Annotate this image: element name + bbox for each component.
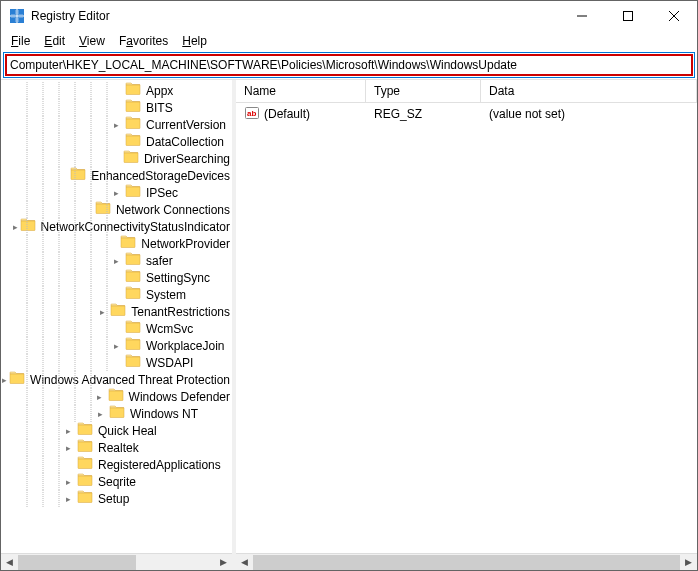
- tree-item[interactable]: ▸IPSec: [1, 184, 232, 201]
- column-headers: Name Type Data: [236, 80, 697, 103]
- tree-item-label: IPSec: [144, 186, 180, 200]
- svg-rect-3: [19, 11, 23, 15]
- svg-rect-9: [624, 12, 633, 21]
- svg-rect-7: [19, 18, 23, 22]
- tree-item[interactable]: NetworkProvider: [1, 235, 232, 252]
- expander-icon[interactable]: ▸: [93, 390, 106, 403]
- folder-icon: [124, 82, 144, 99]
- expander-icon[interactable]: ▸: [62, 475, 75, 488]
- menu-help[interactable]: Help: [176, 32, 213, 50]
- tree-item[interactable]: ▸NetworkConnectivityStatusIndicator: [1, 218, 232, 235]
- value-row[interactable]: ab(Default)REG_SZ(value not set): [236, 105, 697, 123]
- menu-favorites[interactable]: Favorites: [113, 32, 174, 50]
- maximize-button[interactable]: [605, 1, 651, 31]
- expander-icon[interactable]: ▸: [94, 407, 107, 420]
- folder-icon: [76, 490, 96, 507]
- tree-item[interactable]: RegisteredApplications: [1, 456, 232, 473]
- tree-item[interactable]: DataCollection: [1, 133, 232, 150]
- address-bar-container: [1, 51, 697, 79]
- folder-icon: [76, 473, 96, 490]
- svg-rect-5: [12, 18, 16, 22]
- expander-icon[interactable]: ▸: [110, 118, 123, 131]
- values-horizontal-scrollbar[interactable]: ◀ ▶: [236, 553, 697, 570]
- tree-item[interactable]: ▸safer: [1, 252, 232, 269]
- window-title: Registry Editor: [31, 9, 559, 23]
- expander-icon[interactable]: ▸: [110, 339, 123, 352]
- close-button[interactable]: [651, 1, 697, 31]
- tree-item-label: Appx: [144, 84, 175, 98]
- tree-item[interactable]: ▸Setup: [1, 490, 232, 507]
- folder-icon: [124, 269, 144, 286]
- tree-scroll-area[interactable]: AppxBITS▸CurrentVersionDataCollectionDri…: [1, 80, 232, 553]
- scroll-track[interactable]: [18, 554, 215, 571]
- tree-item-label: WorkplaceJoin: [144, 339, 226, 353]
- scroll-track[interactable]: [253, 554, 680, 571]
- workspace: AppxBITS▸CurrentVersionDataCollectionDri…: [1, 79, 697, 570]
- expander-icon[interactable]: ▸: [2, 373, 7, 386]
- tree-item[interactable]: EnhancedStorageDevices: [1, 167, 232, 184]
- tree-item[interactable]: System: [1, 286, 232, 303]
- tree-item[interactable]: ▸TenantRestrictions: [1, 303, 232, 320]
- scroll-thumb[interactable]: [253, 555, 680, 570]
- tree-item[interactable]: Appx: [1, 82, 232, 99]
- folder-icon: [124, 116, 144, 133]
- column-header-name[interactable]: Name: [236, 80, 366, 102]
- tree-item-label: NetworkConnectivityStatusIndicator: [39, 220, 232, 234]
- window-controls: [559, 1, 697, 31]
- expander-icon[interactable]: ▸: [110, 186, 123, 199]
- tree-item[interactable]: ▸Seqrite: [1, 473, 232, 490]
- tree-item-label: Seqrite: [96, 475, 138, 489]
- expander-icon[interactable]: ▸: [62, 492, 75, 505]
- folder-icon: [76, 439, 96, 456]
- tree-item[interactable]: ▸Windows Defender: [1, 388, 232, 405]
- folder-icon: [69, 167, 89, 184]
- scroll-right-icon[interactable]: ▶: [215, 554, 232, 571]
- title-bar: Registry Editor: [1, 1, 697, 31]
- tree-item[interactable]: ▸Quick Heal: [1, 422, 232, 439]
- tree-item[interactable]: WcmSvc: [1, 320, 232, 337]
- scroll-thumb[interactable]: [18, 555, 136, 570]
- folder-icon: [124, 354, 144, 371]
- expander-icon[interactable]: ▸: [97, 305, 108, 318]
- column-header-type[interactable]: Type: [366, 80, 481, 102]
- folder-icon: [124, 252, 144, 269]
- address-input[interactable]: [10, 58, 688, 72]
- scroll-right-icon[interactable]: ▶: [680, 554, 697, 571]
- expander-icon[interactable]: ▸: [13, 220, 18, 233]
- values-pane: Name Type Data ab(Default)REG_SZ(value n…: [236, 80, 697, 570]
- folder-icon: [124, 337, 144, 354]
- tree-item[interactable]: ▸WorkplaceJoin: [1, 337, 232, 354]
- menu-view[interactable]: View: [73, 32, 111, 50]
- scroll-left-icon[interactable]: ◀: [236, 554, 253, 571]
- tree-item-label: Windows Defender: [127, 390, 232, 404]
- folder-icon: [8, 371, 28, 388]
- tree-item[interactable]: DriverSearching: [1, 150, 232, 167]
- tree-item[interactable]: ▸Windows Advanced Threat Protection: [1, 371, 232, 388]
- expander-icon[interactable]: ▸: [62, 441, 75, 454]
- tree-item[interactable]: SettingSync: [1, 269, 232, 286]
- folder-icon: [124, 286, 144, 303]
- tree-item[interactable]: ▸Realtek: [1, 439, 232, 456]
- folder-icon: [19, 218, 39, 235]
- tree-item[interactable]: ▸CurrentVersion: [1, 116, 232, 133]
- tree-item[interactable]: WSDAPI: [1, 354, 232, 371]
- folder-icon: [109, 303, 129, 320]
- tree-item-label: Realtek: [96, 441, 141, 455]
- menu-edit[interactable]: Edit: [38, 32, 71, 50]
- value-name: (Default): [264, 107, 310, 121]
- string-value-icon: ab: [244, 105, 260, 124]
- tree-horizontal-scrollbar[interactable]: ◀ ▶: [1, 553, 232, 570]
- expander-icon[interactable]: ▸: [110, 254, 123, 267]
- tree-item-label: NetworkProvider: [139, 237, 232, 251]
- tree-item-label: TenantRestrictions: [129, 305, 232, 319]
- expander-icon[interactable]: ▸: [62, 424, 75, 437]
- tree-item[interactable]: ▸Windows NT: [1, 405, 232, 422]
- tree-item-label: Windows Advanced Threat Protection: [28, 373, 232, 387]
- column-header-data[interactable]: Data: [481, 80, 697, 102]
- minimize-button[interactable]: [559, 1, 605, 31]
- tree-item[interactable]: BITS: [1, 99, 232, 116]
- tree-item[interactable]: Network Connections: [1, 201, 232, 218]
- tree-item-label: DataCollection: [144, 135, 226, 149]
- menu-file[interactable]: File: [5, 32, 36, 50]
- scroll-left-icon[interactable]: ◀: [1, 554, 18, 571]
